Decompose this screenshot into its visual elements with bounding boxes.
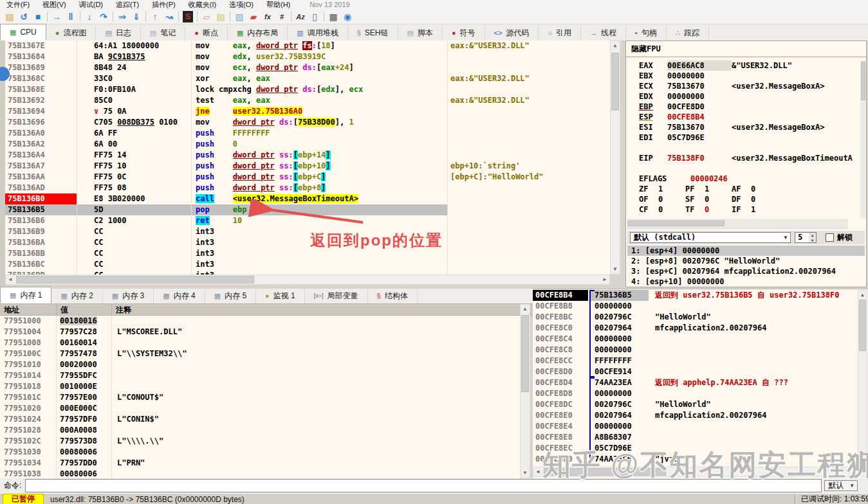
memory-row[interactable]: 77951020000E000C (0, 403, 520, 414)
disasm-row[interactable]: 75B13684BA 9C91B375mov edx, user32.75B39… (5, 51, 610, 62)
toolbar-button[interactable]: # (275, 10, 289, 23)
tab-内存 2[interactable]: ▦内存 2 (51, 289, 102, 303)
stack-row[interactable]: 00CFE8BC0020796C"HelloWorld" (533, 312, 858, 323)
tab-源代码[interactable]: <>源代码 (485, 26, 539, 40)
stack-row[interactable]: 00CFE8EC05C7D96E (533, 443, 858, 454)
calling-convention-select[interactable]: 默认 (stdcall) ▼ (630, 232, 791, 243)
scroll-thumb[interactable] (521, 315, 529, 392)
stack-row[interactable]: 00CFE8C800000000 (533, 345, 858, 356)
tab-日志[interactable]: ▤日志 (96, 26, 140, 40)
arg-count-stepper[interactable]: 5 ▲▼ (795, 232, 817, 243)
stack-hscrollbar[interactable]: ◀ ▶ (533, 467, 867, 477)
stack-row[interactable]: 00CFE8E8A8B68307 (533, 432, 858, 443)
tab-结构体[interactable]: §结构体 (368, 289, 418, 303)
memory-row[interactable]: 7795102C779573D8L"\\\\.\\" (0, 436, 520, 447)
tab-断点[interactable]: ●断点 (185, 26, 228, 40)
scroll-right-button[interactable]: ▶ (858, 467, 867, 476)
tab-跟踪[interactable]: ∴跟踪 (667, 26, 709, 40)
scroll-up-button[interactable]: ▲ (858, 291, 867, 299)
disasm-row[interactable]: 75B136898B48 24mov ecx, dword ptr ds:[ea… (5, 62, 610, 73)
disasm-row[interactable]: 75B1368C33C0xor eax, eaxeax:&"USER32.DLL… (5, 73, 610, 84)
toolbar-button[interactable]: ▨ (232, 10, 246, 23)
scroll-right-button[interactable]: ▶ (600, 275, 609, 284)
scroll-thumb[interactable] (544, 468, 666, 476)
disasm-row[interactable]: 75B136A26A 00push 0 (5, 139, 610, 150)
hide-fpu-button[interactable]: 隐藏FPU (626, 41, 866, 57)
tab-引用[interactable]: ○引用 (539, 26, 581, 40)
register-row[interactable]: ESP00CFE8B4 (626, 112, 860, 122)
toolbar-button[interactable]: ▱ (199, 10, 214, 23)
stepper-up-icon[interactable]: ▲ (809, 233, 816, 238)
scroll-up-button[interactable]: ▲ (521, 305, 530, 314)
memory-row[interactable]: 77951028000A0008 (0, 425, 520, 436)
disasm-row[interactable]: 75B1367E64:A1 18000000mov eax, dword ptr… (5, 40, 610, 51)
menu-item[interactable]: 帮助(H) (260, 0, 297, 9)
column-header-address[interactable]: 地址 (0, 304, 57, 315)
eflags-row[interactable]: EFLAGS00000246 (626, 174, 860, 184)
arg-row[interactable]: 1: [esp+4] 00000000 (627, 246, 865, 256)
command-history-select[interactable]: 默认 ▼ (824, 480, 858, 491)
column-header-value[interactable]: 值 (57, 304, 112, 315)
memory-row[interactable]: 7795103800080006 (0, 469, 520, 478)
memory-row[interactable]: 7795102477957DF0L"CONIN$" (0, 414, 520, 425)
register-row[interactable]: EDX00000000 (626, 91, 860, 102)
stack-row[interactable]: 00CFE8D800000000 (533, 388, 858, 399)
flags-row[interactable]: OF0SF0DF0 (626, 194, 860, 204)
toolbar-button[interactable]: ↝ (162, 10, 176, 23)
stepper-down-icon[interactable]: ▼ (809, 238, 816, 243)
menu-item[interactable]: 追踪(T) (109, 0, 145, 9)
scroll-thumb[interactable] (628, 221, 725, 226)
toolbar-button[interactable]: ↷ (97, 10, 111, 23)
stack-row[interactable]: 00CFE8CCFFFFFFFF (533, 356, 858, 366)
toolbar-button[interactable]: ▤ (3, 10, 17, 23)
stepper-buttons[interactable]: ▲▼ (809, 233, 816, 242)
toolbar-button[interactable]: ▰ (246, 10, 261, 23)
disasm-row[interactable]: 75B136BBCCint3 (5, 248, 610, 259)
memory-row[interactable]: 779510180010000E (0, 381, 520, 392)
tab-笔记[interactable]: ▤笔记 (141, 26, 185, 40)
toolbar-button[interactable]: ⇒ (115, 10, 129, 23)
toolbar-button[interactable]: ↑ (148, 10, 162, 23)
register-row[interactable]: EBX00000000 (626, 71, 860, 81)
stack-row[interactable]: 00CFE8D000CFE914 (533, 366, 858, 377)
menu-item[interactable]: 选项(O) (223, 0, 260, 9)
command-input[interactable] (25, 479, 822, 492)
arg-row[interactable]: 3: [esp+C] 00207964 mfcapplication2.0020… (627, 266, 865, 276)
stack-row[interactable]: 00CFE8B800000000 (533, 301, 858, 312)
memory-row[interactable]: 7795101C77957E00L"CONOUT$" (0, 392, 520, 403)
stack-row[interactable]: 00CFE8C000207964mfcapplication2.00207964 (533, 323, 858, 334)
disasm-row[interactable]: 75B13694∨ 75 0Ajne user32.75B136A0 (5, 106, 610, 117)
register-row[interactable]: EDI05C7D96E (626, 132, 860, 143)
disasm-row[interactable]: 75B136AAFF75 0Cpush dword ptr ss:[ebp+C]… (5, 172, 610, 183)
disasm-row[interactable]: 75B136A4FF75 14push dword ptr ss:[ebp+14… (5, 150, 610, 161)
disasm-row[interactable]: 75B13696C705 008DB375 0100mov dword ptr … (5, 117, 610, 128)
stack-row[interactable]: 00CFE8B475B136B5返回到 user32.75B136B5 自 us… (533, 290, 858, 301)
toolbar-button[interactable]: fx (261, 10, 275, 23)
toolbar-button[interactable]: ▦ (326, 10, 340, 23)
stack-row[interactable]: 00CFE8DC0020796C"HelloWorld" (533, 399, 858, 410)
tab-句柄[interactable]: ▪句柄 (626, 26, 667, 40)
tab-CPU[interactable]: ▦CPU (0, 24, 46, 40)
scroll-down-button[interactable]: ▼ (521, 469, 530, 478)
disasm-row[interactable]: 75B136BDCCint3 (5, 270, 610, 274)
tab-线程[interactable]: →线程 (581, 26, 626, 40)
flags-row[interactable]: CF0TF0IF1 (626, 204, 860, 215)
scroll-thumb[interactable] (16, 276, 254, 284)
disasm-vscrollbar[interactable]: ▲ ▼ (610, 40, 620, 274)
tab-调用堆栈[interactable]: ▥调用堆栈 (288, 26, 347, 40)
scroll-thumb[interactable] (859, 300, 866, 351)
column-header-comment[interactable]: 注释 (112, 304, 533, 315)
toolbar-button[interactable]: Az (293, 10, 308, 23)
register-row[interactable]: ESI75B13670<user32.MessageBoxA> (626, 122, 860, 132)
toolbar-button[interactable]: ■ (31, 10, 45, 23)
tab-监视 1[interactable]: ●监视 1 (256, 289, 305, 303)
toolbar-button[interactable]: → (50, 10, 64, 23)
toolbar-button[interactable]: ‖ (64, 10, 78, 23)
memory-row[interactable]: 7795100000180016 (0, 316, 520, 327)
tab-局部变量[interactable]: [x=]局部变量 (305, 289, 368, 303)
tab-SEH链[interactable]: §SEH链 (348, 26, 398, 40)
registers-vscrollbar[interactable] (860, 60, 866, 218)
tab-符号[interactable]: ●符号 (443, 26, 485, 40)
scroll-left-button[interactable]: ◀ (533, 467, 542, 476)
menu-item[interactable]: 文件(F) (0, 0, 36, 9)
